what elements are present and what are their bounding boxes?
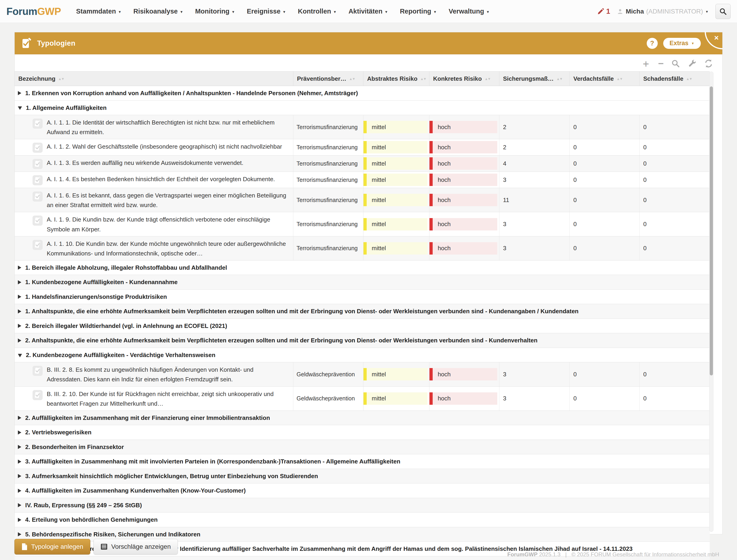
- nav-item-verwaltung[interactable]: Verwaltung▼: [449, 8, 490, 15]
- table-settings-button[interactable]: [687, 59, 697, 68]
- close-icon[interactable]: ×: [714, 34, 719, 42]
- extras-button[interactable]: Extras ▼: [663, 38, 701, 49]
- nav-item-stammdaten[interactable]: Stammdaten▼: [76, 8, 122, 15]
- typology-name-cell[interactable]: A. I. 1. 6. Es ist bekannt, dass gegen d…: [15, 188, 293, 212]
- expand-all-button[interactable]: ＋: [641, 59, 651, 68]
- group-row[interactable]: 3. Aufmerksamkeit hinsichtlich möglicher…: [15, 469, 710, 484]
- expand-arrow-icon[interactable]: [18, 445, 21, 449]
- table-row[interactable]: A. I. 1. 1. Die Identität der wirtschaft…: [15, 115, 710, 139]
- table-row[interactable]: A. I. 1. 9. Die Kundin bzw. der Kunde tr…: [15, 212, 710, 236]
- table-row[interactable]: A. I. 1. 2. Wahl der Geschäftsstelle (in…: [15, 139, 710, 155]
- suspicion-count-cell: 0: [569, 155, 639, 172]
- group-row[interactable]: 2. Kundenbezogene Auffälligkeiten - Verd…: [15, 348, 710, 363]
- group-row[interactable]: 2. Anhaltspunkte, die eine erhöhte Aufme…: [15, 333, 710, 348]
- expand-arrow-icon[interactable]: [18, 295, 21, 299]
- group-row[interactable]: 1. Handelsfinanzierungen/sonstige Produk…: [15, 290, 710, 304]
- group-row[interactable]: 1. Allgemeine Auffälligkeiten: [15, 101, 710, 115]
- refresh-button[interactable]: [704, 59, 713, 68]
- typology-name-cell[interactable]: A. I. 1. 4. Es bestehen Bedenken hinsich…: [15, 172, 293, 188]
- column-header-konkretes-risiko[interactable]: Konkretes Risiko▲▼: [429, 72, 499, 86]
- sort-icons[interactable]: ▲▼: [58, 77, 64, 81]
- nav-item-ereignisse[interactable]: Ereignisse▼: [247, 8, 286, 15]
- nav-item-reporting[interactable]: Reporting▼: [400, 8, 437, 15]
- refresh-icon: [704, 59, 713, 68]
- expand-arrow-icon[interactable]: [18, 489, 21, 493]
- group-row[interactable]: 1. Erkennen von Korruption anhand von Au…: [15, 86, 710, 101]
- expand-arrow-icon[interactable]: [18, 280, 21, 284]
- expand-arrow-icon[interactable]: [18, 324, 21, 328]
- damage-count-cell: 0: [639, 155, 710, 172]
- create-typology-button[interactable]: Typologie anlegen: [14, 539, 90, 554]
- column-header-pr-ventionsber-[interactable]: Präventionsber…▲▼: [293, 72, 363, 86]
- expand-arrow-icon[interactable]: [18, 518, 21, 522]
- nav-item-aktivitäten[interactable]: Aktivitäten▼: [349, 8, 388, 15]
- group-row[interactable]: 4. Erteilung von behördlichen Genehmigun…: [15, 513, 710, 527]
- expand-arrow-icon[interactable]: [18, 503, 21, 507]
- abstract-risk-cell: mittel: [363, 236, 429, 260]
- expand-arrow-icon[interactable]: [18, 460, 21, 464]
- nav-item-kontrollen[interactable]: Kontrollen▼: [298, 8, 337, 15]
- expand-arrow-icon[interactable]: [18, 309, 21, 313]
- group-row[interactable]: 1. Bereich illegale Abholzung, illegaler…: [15, 261, 710, 275]
- nav-item-monitoring[interactable]: Monitoring▼: [195, 8, 235, 15]
- collapse-arrow-icon[interactable]: [18, 106, 22, 110]
- typology-name-cell[interactable]: A. I. 1. 10. Die Kundin bzw. der Kunde m…: [15, 236, 293, 260]
- sort-icons[interactable]: ▲▼: [484, 77, 490, 81]
- group-row[interactable]: 2. Bereich illegaler Wildtierhandel (vgl…: [15, 319, 710, 333]
- group-row[interactable]: 1. Anhaltspunkte, die eine erhöhte Aufme…: [15, 304, 710, 319]
- sort-icons[interactable]: ▲▼: [349, 77, 355, 81]
- typology-name-cell[interactable]: A. I. 1. 1. Die Identität der wirtschaft…: [15, 115, 293, 139]
- table-row[interactable]: B. III. 2. 8. Es kommt zu ungewöhnlich h…: [15, 362, 710, 386]
- table-row[interactable]: A. I. 1. 4. Es bestehen Bedenken hinsich…: [15, 172, 710, 188]
- edit-indicator[interactable]: 1: [597, 7, 610, 16]
- search-button[interactable]: [715, 4, 731, 19]
- group-row[interactable]: 4. Auffälligkeiten im Zusammenhang Kunde…: [15, 483, 710, 498]
- column-header-sicherungsma-[interactable]: Sicherungsmaß…▲▼: [499, 72, 569, 86]
- typology-name: A. I. 1. 6. Es ist bekannt, dass gegen d…: [47, 190, 289, 210]
- group-row[interactable]: 2. Besonderheiten im Finanzsektor: [15, 440, 710, 455]
- expand-arrow-icon[interactable]: [18, 91, 21, 95]
- collapse-all-button[interactable]: −: [658, 59, 664, 68]
- expand-arrow-icon[interactable]: [18, 474, 21, 478]
- user-menu[interactable]: Micha (ADMINISTRATOR) ▼: [617, 8, 709, 15]
- sort-icons[interactable]: ▲▼: [686, 77, 692, 81]
- group-row[interactable]: 3. Auffälligkeiten in Zusammenhang mit m…: [15, 454, 710, 469]
- sort-icons[interactable]: ▲▼: [420, 77, 426, 81]
- typology-name-cell[interactable]: A. I. 1. 2. Wahl der Geschäftsstelle (in…: [15, 139, 293, 155]
- typology-name-cell[interactable]: A. I. 1. 3. Es werden auffällig neu wirk…: [15, 155, 293, 172]
- vertical-scrollbar[interactable]: [709, 72, 713, 532]
- help-button[interactable]: ?: [647, 38, 658, 49]
- table-row[interactable]: A. I. 1. 3. Es werden auffällig neu wirk…: [15, 155, 710, 172]
- column-header-schadensf-lle[interactable]: Schadensfälle▲▼: [639, 72, 710, 86]
- expand-arrow-icon[interactable]: [18, 416, 21, 420]
- expand-arrow-icon[interactable]: [18, 338, 21, 343]
- expand-arrow-icon[interactable]: [18, 532, 21, 536]
- scrollbar-thumb[interactable]: [710, 86, 713, 375]
- app-logo[interactable]: ForumGWP: [6, 6, 61, 17]
- sort-icons[interactable]: ▲▼: [616, 77, 622, 81]
- expand-arrow-icon[interactable]: [18, 430, 21, 435]
- table-row[interactable]: B. III. 2. 10. Der Kunde ist für Rückfra…: [15, 387, 710, 411]
- column-header-verdachtsf-lle[interactable]: Verdachtsfälle▲▼: [569, 72, 639, 86]
- group-row[interactable]: 2. Auffälligkeiten im Zusammenhang mit d…: [15, 411, 710, 425]
- group-row[interactable]: 1. Kundenbezogene Auffälligkeiten - Kund…: [15, 275, 710, 290]
- nav-item-risikoanalyse[interactable]: Risikoanalyse▼: [133, 8, 183, 15]
- column-header-bezeichnung[interactable]: Bezeichnung▲▼: [15, 72, 293, 86]
- collapse-arrow-icon[interactable]: [18, 354, 22, 357]
- table-search-button[interactable]: [671, 59, 680, 68]
- group-row[interactable]: 2. Vertriebswegerisiken: [15, 425, 710, 440]
- group-row-label: 4. Erteilung von behördlichen Genehmigun…: [25, 516, 158, 524]
- expand-arrow-icon[interactable]: [18, 266, 21, 270]
- sort-icons[interactable]: ▲▼: [556, 77, 562, 81]
- table-row[interactable]: A. I. 1. 6. Es ist bekannt, dass gegen d…: [15, 188, 710, 212]
- typology-name-cell[interactable]: B. III. 2. 8. Es kommt zu ungewöhnlich h…: [15, 362, 293, 386]
- typology-name: A. I. 1. 1. Die Identität der wirtschaft…: [47, 117, 289, 137]
- show-suggestions-button[interactable]: Vorschläge anzeigen: [94, 539, 178, 554]
- typology-name-cell[interactable]: B. III. 2. 10. Der Kunde ist für Rückfra…: [15, 387, 293, 410]
- column-header-abstraktes-risiko[interactable]: Abstraktes Risiko▲▼: [363, 72, 429, 86]
- suspicion-count-cell: 0: [569, 172, 639, 188]
- table-row[interactable]: A. I. 1. 10. Die Kundin bzw. der Kunde m…: [15, 236, 710, 261]
- typology-name-cell[interactable]: A. I. 1. 9. Die Kundin bzw. der Kunde tr…: [15, 212, 293, 236]
- risk-badge-hoch: hoch: [429, 194, 497, 206]
- group-row[interactable]: IV. Raub, Erpressung (§§ 249 – 256 StGB): [15, 498, 710, 513]
